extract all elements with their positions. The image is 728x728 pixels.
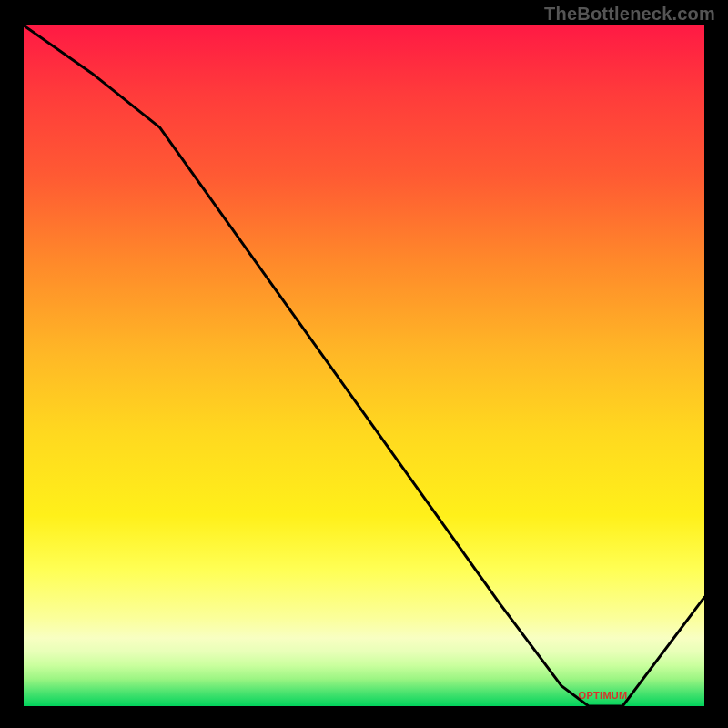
bottleneck-curve: [24, 25, 704, 706]
optimum-label: OPTIMUM: [579, 690, 628, 701]
frame-border: [0, 706, 728, 728]
chart-stage: OPTIMUM TheBottleneck.com: [0, 0, 728, 728]
frame-border: [704, 0, 728, 728]
plot-area: OPTIMUM: [24, 25, 704, 706]
plot-frame: OPTIMUM: [24, 25, 704, 706]
watermark-text: TheBottleneck.com: [544, 4, 715, 25]
frame-border: [0, 0, 24, 728]
